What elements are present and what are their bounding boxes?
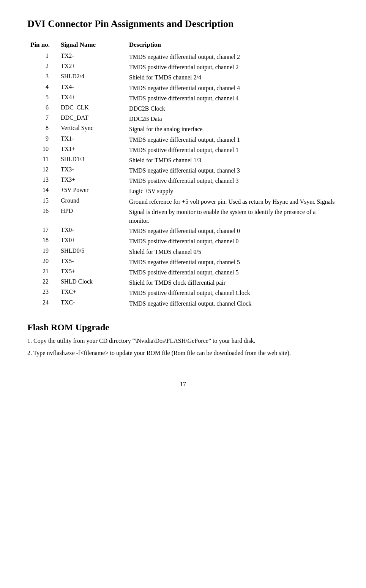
list-item: 1. Copy the utility from your CD directo… <box>27 336 339 346</box>
description: TMDS negative differential output, chann… <box>126 165 339 176</box>
pin-number: 1 <box>27 52 58 62</box>
page-title: DVI Connector Pin Assignments and Descri… <box>27 18 339 30</box>
pin-number: 16 <box>27 207 58 226</box>
table-row: 17TX0-TMDS negative differential output,… <box>27 226 339 236</box>
description: Ground reference for +5 volt power pin. … <box>126 197 339 207</box>
table-row: 6DDC_CLKDDC2B Clock <box>27 103 339 114</box>
description: TMDS negative differential output, chann… <box>126 298 339 309</box>
description: TMDS negative differential output, chann… <box>126 226 339 236</box>
table-row: 9TX1-TMDS negative differential output, … <box>27 135 339 145</box>
pin-number: 14 <box>27 186 58 196</box>
pin-number: 21 <box>27 267 58 277</box>
signal-name: SHLD0/5 <box>58 247 126 257</box>
description: DDC2B Clock <box>126 103 339 114</box>
table-row: 21TX5+TMDS positive differential output,… <box>27 267 339 277</box>
pin-number: 13 <box>27 176 58 186</box>
table-row: 24TXC-TMDS negative differential output,… <box>27 298 339 309</box>
signal-name: TX5+ <box>58 267 126 277</box>
table-row: 13TX3+TMDS positive differential output,… <box>27 176 339 186</box>
description: TMDS positive differential output, chann… <box>126 62 339 72</box>
description: Shield for TMDS channel 0/5 <box>126 247 339 257</box>
signal-name: HPD <box>58 207 126 226</box>
pin-number: 20 <box>27 257 58 267</box>
table-row: 20TX5-TMDS negative differential output,… <box>27 257 339 267</box>
signal-name: SHLD1/3 <box>58 155 126 165</box>
signal-name: TX3- <box>58 165 126 176</box>
table-row: 4TX4-TMDS negative differential output, … <box>27 83 339 93</box>
pin-number: 5 <box>27 93 58 103</box>
signal-name: DDC_CLK <box>58 103 126 114</box>
signal-name: TXC+ <box>58 288 126 298</box>
pin-number: 24 <box>27 298 58 309</box>
table-row: 15GroundGround reference for +5 volt pow… <box>27 197 339 207</box>
description: DDC2B Data <box>126 114 339 124</box>
pin-number: 22 <box>27 277 58 288</box>
pin-number: 3 <box>27 72 58 82</box>
table-row: 23TXC+TMDS positive differential output,… <box>27 288 339 298</box>
description: Signal for the analog interface <box>126 124 339 134</box>
col-header-desc: Description <box>126 40 339 52</box>
table-row: 8Vertical SyncSignal for the analog inte… <box>27 124 339 134</box>
pin-number: 6 <box>27 103 58 114</box>
pin-assignments-table: Pin no. Signal Name Description 1TX2-TMD… <box>27 40 339 309</box>
pin-number: 12 <box>27 165 58 176</box>
signal-name: TX2+ <box>58 62 126 72</box>
table-row: 2TX2+TMDS positive differential output, … <box>27 62 339 72</box>
signal-name: TX0+ <box>58 236 126 246</box>
flash-section-body: 1. Copy the utility from your CD directo… <box>27 336 339 358</box>
description: Signal is driven by monitor to enable th… <box>126 207 339 226</box>
signal-name: TX1- <box>58 135 126 145</box>
pin-number: 17 <box>27 226 58 236</box>
page-number: 17 <box>27 381 339 388</box>
col-header-pin: Pin no. <box>27 40 58 52</box>
description: TMDS positive differential output, chann… <box>126 176 339 186</box>
description: TMDS negative differential output, chann… <box>126 135 339 145</box>
table-row: 14+5V PowerLogic +5V supply <box>27 186 339 196</box>
table-row: 10TX1+TMDS positive differential output,… <box>27 145 339 155</box>
pin-number: 4 <box>27 83 58 93</box>
table-row: 1TX2-TMDS negative differential output, … <box>27 52 339 62</box>
pin-number: 15 <box>27 197 58 207</box>
pin-number: 18 <box>27 236 58 246</box>
pin-number: 7 <box>27 114 58 124</box>
signal-name: TXC- <box>58 298 126 309</box>
signal-name: TX1+ <box>58 145 126 155</box>
table-row: 11SHLD1/3Shield for TMDS channel 1/3 <box>27 155 339 165</box>
signal-name: TX3+ <box>58 176 126 186</box>
table-row: 5TX4+TMDS positive differential output, … <box>27 93 339 103</box>
description: TMDS negative differential output, chann… <box>126 52 339 62</box>
signal-name: +5V Power <box>58 186 126 196</box>
description: TMDS positive differential output, chann… <box>126 267 339 277</box>
description: TMDS negative differential output, chann… <box>126 257 339 267</box>
description: Shield for TMDS channel 2/4 <box>126 72 339 82</box>
description: TMDS positive differential output, chann… <box>126 93 339 103</box>
pin-number: 9 <box>27 135 58 145</box>
signal-name: SHLD Clock <box>58 277 126 288</box>
flash-section-title: Flash ROM Upgrade <box>27 322 339 333</box>
description: TMDS negative differential output, chann… <box>126 83 339 93</box>
description: TMDS positive differential output, chann… <box>126 145 339 155</box>
pin-number: 19 <box>27 247 58 257</box>
list-item: 2. Type nvflash.exe -f<filename> to upda… <box>27 349 339 358</box>
table-row: 12TX3-TMDS negative differential output,… <box>27 165 339 176</box>
table-row: 22SHLD ClockShield for TMDS clock differ… <box>27 277 339 288</box>
description: Logic +5V supply <box>126 186 339 196</box>
signal-name: TX0- <box>58 226 126 236</box>
table-row: 3SHLD2/4Shield for TMDS channel 2/4 <box>27 72 339 82</box>
description: Shield for TMDS clock differential pair <box>126 277 339 288</box>
table-row: 16HPDSignal is driven by monitor to enab… <box>27 207 339 226</box>
signal-name: SHLD2/4 <box>58 72 126 82</box>
pin-number: 2 <box>27 62 58 72</box>
table-row: 7DDC_DATDDC2B Data <box>27 114 339 124</box>
signal-name: Vertical Sync <box>58 124 126 134</box>
table-row: 19SHLD0/5Shield for TMDS channel 0/5 <box>27 247 339 257</box>
description: Shield for TMDS channel 1/3 <box>126 155 339 165</box>
pin-number: 10 <box>27 145 58 155</box>
description: TMDS positive differential output, chann… <box>126 288 339 298</box>
col-header-signal: Signal Name <box>58 40 126 52</box>
pin-number: 23 <box>27 288 58 298</box>
pin-number: 11 <box>27 155 58 165</box>
signal-name: TX4- <box>58 83 126 93</box>
signal-name: TX2- <box>58 52 126 62</box>
description: TMDS positive differential output, chann… <box>126 236 339 246</box>
